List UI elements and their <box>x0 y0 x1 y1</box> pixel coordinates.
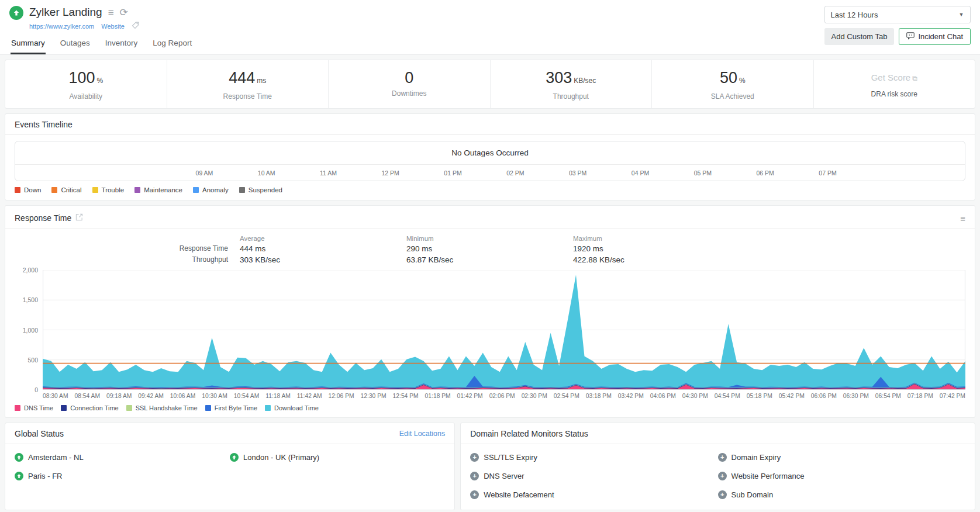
external-link-icon: ⧉ <box>912 74 917 82</box>
get-score-link[interactable]: Get Score <box>871 72 911 82</box>
tag-icon[interactable] <box>132 22 139 30</box>
chart-legend-item[interactable]: First Byte Time <box>205 404 257 411</box>
row-label-response-time: Response Time <box>15 244 240 253</box>
add-monitor-plus-icon[interactable]: + <box>718 490 727 499</box>
timeline-hour-label: 10 AM <box>258 169 275 177</box>
legend-swatch <box>51 187 57 193</box>
downtimes-value: 0 <box>405 69 413 87</box>
chart-x-tick-label: 10:06 AM <box>170 393 196 399</box>
chart-x-tick-label: 01:42 PM <box>457 393 483 399</box>
incident-chat-label: Incident Chat <box>918 32 963 41</box>
tp-average: 303 KB/sec <box>240 255 406 264</box>
add-monitor-plus-icon[interactable]: + <box>470 472 479 480</box>
domain-monitor-name: SSL/TLS Expiry <box>484 453 537 462</box>
events-legend-item: Critical <box>51 186 81 193</box>
add-custom-tab-button[interactable]: Add Custom Tab <box>824 28 895 45</box>
events-legend: DownCriticalTroubleMaintenanceAnomalySus… <box>15 186 965 193</box>
domain-monitor-item[interactable]: +DNS Server <box>470 472 717 480</box>
chart-legend-item[interactable]: DNS Time <box>15 404 53 411</box>
col-maximum: Maximum <box>573 235 740 242</box>
add-monitor-plus-icon[interactable]: + <box>470 490 479 499</box>
events-legend-item: Maintenance <box>134 186 182 193</box>
monitor-menu-icon[interactable]: ≡ <box>108 8 114 18</box>
page-title: Zylker Landing <box>29 6 102 19</box>
chart-x-tick-label: 03:42 PM <box>618 393 644 399</box>
events-timeline-strip: No Outages Occurred 09 AM10 AM11 AM12 PM… <box>15 141 965 181</box>
tp-maximum: 422.88 KB/sec <box>573 255 740 264</box>
response-time-chart[interactable]: 2,0001,5001,0005000 <box>15 270 965 390</box>
legend-label: Download Time <box>274 404 319 411</box>
timeline-hour-label: 02 PM <box>506 169 524 177</box>
refresh-icon[interactable]: ⟳ <box>120 8 128 18</box>
incident-chat-button[interactable]: Incident Chat <box>899 28 971 45</box>
chart-x-tick-label: 12:06 PM <box>329 393 354 399</box>
chart-legend-item[interactable]: Connection Time <box>61 404 119 411</box>
row-label-throughput: Throughput <box>15 255 240 264</box>
rt-average: 444 ms <box>240 244 406 253</box>
domain-monitor-item[interactable]: +Domain Expiry <box>718 453 965 462</box>
chart-x-tick-label: 10:30 AM <box>202 393 227 399</box>
location-name: Paris - FR <box>28 472 63 480</box>
legend-label: DNS Time <box>24 404 53 411</box>
edit-locations-link[interactable]: Edit Locations <box>399 430 446 438</box>
locations-grid: Amsterdam - NLLondon - UK (Primary)Paris… <box>15 453 445 480</box>
monitor-type-link[interactable]: Website <box>101 23 125 30</box>
chart-x-tick-label: 05:18 PM <box>747 393 772 399</box>
tab-inventory[interactable]: Inventory <box>105 39 139 54</box>
status-up-icon <box>15 453 23 462</box>
location-item[interactable]: Amsterdam - NL <box>15 453 230 462</box>
divider <box>461 444 975 444</box>
expand-chart-icon[interactable] <box>75 213 83 223</box>
no-outages-message: No Outages Occurred <box>15 141 965 165</box>
global-status-title: Global Status <box>15 429 64 438</box>
domain-monitor-item[interactable]: +SSL/TLS Expiry <box>470 453 717 462</box>
legend-swatch <box>239 187 245 193</box>
legend-label: Anomaly <box>202 186 229 193</box>
tab-summary[interactable]: Summary <box>11 39 46 54</box>
chart-legend-item[interactable]: Download Time <box>265 404 319 411</box>
monitor-header: Zylker Landing ≡ ⟳ https://www.zylker.co… <box>0 0 980 55</box>
domain-monitor-item[interactable]: +Website Performance <box>718 472 965 480</box>
response-time-value: 444 <box>229 69 255 87</box>
location-name: London - UK (Primary) <box>243 453 319 462</box>
col-average: Average <box>240 235 406 242</box>
legend-swatch <box>126 405 132 411</box>
chart-menu-icon[interactable]: ≡ <box>960 214 965 223</box>
legend-swatch <box>92 187 98 193</box>
timeline-hour-label: 07 PM <box>819 169 836 177</box>
domain-monitor-name: DNS Server <box>484 472 524 480</box>
tab-log-report[interactable]: Log Report <box>152 39 192 54</box>
chart-x-tick-label: 02:30 PM <box>522 393 547 399</box>
time-range-select[interactable]: Last 12 Hours ▼ <box>824 6 971 23</box>
tab-outages[interactable]: Outages <box>60 39 91 54</box>
legend-swatch <box>61 405 67 411</box>
stacked-area-chart[interactable] <box>43 270 965 390</box>
add-monitor-plus-icon[interactable]: + <box>718 453 727 462</box>
chart-x-tick-label: 03:18 PM <box>586 393 612 399</box>
domain-monitor-item[interactable]: +Sub Domain <box>718 490 965 499</box>
chart-x-tick-label: 10:54 AM <box>234 393 260 399</box>
chart-legend-item[interactable]: SSL Handshake Time <box>126 404 198 411</box>
chart-x-tick-label: 04:06 PM <box>650 393 676 399</box>
chart-x-tick-label: 07:42 PM <box>940 393 965 399</box>
tp-minimum: 63.87 KB/sec <box>406 255 573 264</box>
chart-y-tick-label: 2,000 <box>23 267 38 274</box>
events-legend-item: Anomaly <box>193 186 229 193</box>
monitor-url-link[interactable]: https://www.zylker.com <box>29 23 94 30</box>
divider <box>5 444 454 444</box>
add-monitor-plus-icon[interactable]: + <box>470 453 479 462</box>
sla-value: 50 <box>720 69 737 87</box>
add-monitor-plus-icon[interactable]: + <box>718 472 727 480</box>
chart-x-tick-label: 09:18 AM <box>106 393 132 399</box>
location-item[interactable]: Paris - FR <box>15 472 230 480</box>
timeline-hour-label: 09 AM <box>196 169 213 177</box>
location-item[interactable]: London - UK (Primary) <box>230 453 445 462</box>
domain-monitor-item[interactable]: +Website Defacement <box>470 490 717 499</box>
chart-y-tick-label: 0 <box>34 386 38 393</box>
chart-x-tick-label: 06:06 PM <box>811 393 837 399</box>
domain-monitor-name: Domain Expiry <box>731 453 781 462</box>
chart-x-tick-label: 04:30 PM <box>682 393 708 399</box>
domain-monitor-name: Website Defacement <box>484 490 554 499</box>
timeline-hour-label: 01 PM <box>444 169 461 177</box>
events-legend-item: Suspended <box>239 186 282 193</box>
